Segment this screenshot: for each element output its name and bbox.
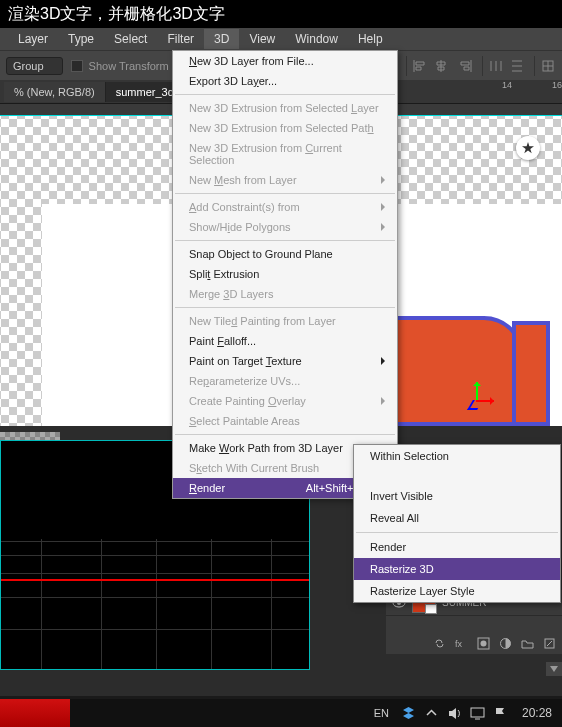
context-menu-item[interactable]: Invert Visible xyxy=(354,485,560,507)
context-menu: Within SelectionInvert VisibleReveal All… xyxy=(353,444,561,603)
distribute-v-icon[interactable] xyxy=(506,56,528,76)
menu-item[interactable]: Split Extrusion xyxy=(173,264,397,284)
submenu-arrow-icon xyxy=(381,397,389,405)
tray-volume-icon[interactable] xyxy=(447,706,462,721)
menu-item[interactable]: New 3D Layer from File... xyxy=(173,51,397,71)
submenu-arrow-icon xyxy=(381,176,389,184)
group-select[interactable]: Group xyxy=(6,57,63,75)
submenu-arrow-icon xyxy=(381,357,389,365)
adjustment-icon[interactable] xyxy=(499,637,512,650)
tray-dropbox-icon[interactable] xyxy=(401,706,416,721)
axis-z-icon[interactable] xyxy=(467,400,483,410)
language-indicator[interactable]: EN xyxy=(366,707,397,719)
tray-monitor-icon[interactable] xyxy=(470,706,485,721)
context-menu-item[interactable]: Within Selection xyxy=(354,445,560,467)
fx-icon[interactable]: fx xyxy=(455,637,468,650)
menu-3d[interactable]: 3D xyxy=(204,29,239,49)
menu-item: New 3D Extrusion from Current Selection xyxy=(173,138,397,170)
menubar: Layer Type Select Filter 3D View Window … xyxy=(0,28,562,50)
new-layer-icon[interactable] xyxy=(543,637,556,650)
menu-item: Select Paintable Areas xyxy=(173,411,397,431)
3d-mode-icon[interactable] xyxy=(534,56,556,76)
context-menu-item[interactable]: Reveal All xyxy=(354,507,560,529)
link-icon[interactable] xyxy=(433,637,446,650)
menu-help[interactable]: Help xyxy=(348,29,393,49)
menu-item[interactable]: Paint on Target Texture xyxy=(173,351,397,371)
menu-item[interactable]: Paint Falloff... xyxy=(173,331,397,351)
menu-item[interactable]: Export 3D Layer... xyxy=(173,71,397,91)
context-menu-item[interactable]: Rasterize 3D xyxy=(354,558,560,580)
context-menu-item[interactable]: Rasterize Layer Style xyxy=(354,580,560,602)
menu-view[interactable]: View xyxy=(239,29,285,49)
submenu-arrow-icon xyxy=(381,223,389,231)
doc-tab-1[interactable]: % (New, RGB/8) xyxy=(4,82,106,102)
folder-icon[interactable] xyxy=(521,637,534,650)
clock[interactable]: 20:28 xyxy=(512,706,562,720)
3d-menu-dropdown: New 3D Layer from File...Export 3D Layer… xyxy=(172,50,398,499)
svg-rect-8 xyxy=(471,708,484,717)
menu-item: Reparameterize UVs... xyxy=(173,371,397,391)
svg-text:fx: fx xyxy=(455,639,463,649)
menu-type[interactable]: Type xyxy=(58,29,104,49)
align-left-icon[interactable] xyxy=(406,56,428,76)
axis-y-icon[interactable] xyxy=(476,382,478,400)
svg-point-5 xyxy=(481,641,487,647)
menu-item: Show/Hide Polygons xyxy=(173,217,397,237)
submenu-arrow-icon xyxy=(381,203,389,211)
3d-widget-toggle[interactable] xyxy=(516,136,540,160)
tray-arrow-icon[interactable] xyxy=(424,706,439,721)
align-right-icon[interactable] xyxy=(454,56,476,76)
menu-item[interactable]: Snap Object to Ground Plane xyxy=(173,244,397,264)
menu-item: Merge 3D Layers xyxy=(173,284,397,304)
menu-window[interactable]: Window xyxy=(285,29,348,49)
menu-item: New 3D Extrusion from Selected Path xyxy=(173,118,397,138)
scroll-down-icon[interactable] xyxy=(546,662,562,676)
checkbox-icon[interactable] xyxy=(71,60,83,72)
start-button[interactable] xyxy=(0,699,70,727)
context-menu-item[interactable]: Render xyxy=(354,536,560,558)
menu-item: New Mesh from Layer xyxy=(173,170,397,190)
3d-axis-widget[interactable] xyxy=(466,382,496,418)
ruler-numbers: 14 16 xyxy=(502,80,562,90)
align-hcenter-icon[interactable] xyxy=(430,56,452,76)
tutorial-title: 渲染3D文字，并栅格化3D文字 xyxy=(0,0,562,28)
menu-item: Add Constraint(s) from xyxy=(173,197,397,217)
menu-item: Create Painting Overlay xyxy=(173,391,397,411)
horizon-line xyxy=(1,579,309,581)
menu-item: New 3D Extrusion from Selected Layer xyxy=(173,98,397,118)
distribute-h-icon[interactable] xyxy=(482,56,504,76)
menu-select[interactable]: Select xyxy=(104,29,157,49)
star-icon xyxy=(522,142,534,154)
menu-item: New Tiled Painting from Layer xyxy=(173,311,397,331)
tray-flag-icon[interactable] xyxy=(493,706,508,721)
taskbar: EN 20:28 xyxy=(0,699,562,727)
menu-layer[interactable]: Layer xyxy=(8,29,58,49)
mask-icon[interactable] xyxy=(477,637,490,650)
menu-filter[interactable]: Filter xyxy=(157,29,204,49)
